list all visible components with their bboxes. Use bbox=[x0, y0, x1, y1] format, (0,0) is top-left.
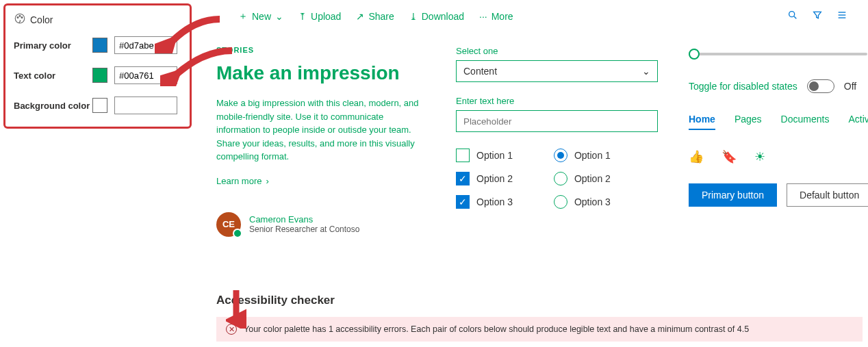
select-dropdown[interactable]: Content ⌄ bbox=[456, 60, 658, 82]
svg-point-2 bbox=[19, 15, 21, 16]
sun-icon[interactable]: ☀ bbox=[754, 149, 765, 164]
primary-color-label: Primary color bbox=[14, 40, 92, 51]
toolbar: ＋ New ⌄ ⤒ Upload ↗ Share ⤓ Download ··· … bbox=[205, 0, 868, 32]
avatar: CE bbox=[216, 212, 241, 237]
toggle-state: Off bbox=[844, 81, 856, 92]
ellipsis-icon: ··· bbox=[479, 11, 487, 22]
checkbox-group: Option 1 ✓Option 2 ✓Option 3 bbox=[456, 149, 513, 209]
annotation-arrow-2 bbox=[160, 45, 235, 86]
svg-point-1 bbox=[17, 17, 18, 18]
presence-indicator bbox=[233, 229, 242, 238]
select-label: Select one bbox=[456, 46, 661, 56]
author-block: CE Cameron Evans Senior Researcher at Co… bbox=[216, 212, 429, 237]
svg-point-5 bbox=[789, 12, 795, 17]
bg-color-label: Background color bbox=[14, 101, 92, 111]
learn-more-link[interactable]: Learn more › bbox=[216, 176, 429, 186]
share-label: Share bbox=[368, 11, 394, 22]
tab-pages[interactable]: Pages bbox=[735, 114, 762, 130]
color-panel-title: Color bbox=[30, 14, 53, 25]
download-label: Download bbox=[422, 11, 464, 22]
body-text: Make a big impression with this clean, m… bbox=[216, 97, 429, 164]
radio-label: Option 3 bbox=[574, 196, 611, 207]
author-name: Cameron Evans bbox=[249, 214, 359, 224]
toggle-label: Toggle for disabled states bbox=[689, 81, 797, 92]
headline: Make an impression bbox=[216, 62, 429, 84]
tab-activity[interactable]: Activity bbox=[848, 114, 868, 130]
search-icon[interactable] bbox=[787, 10, 798, 23]
chevron-down-icon: ⌄ bbox=[642, 66, 650, 77]
author-title: Senior Researcher at Contoso bbox=[249, 224, 359, 234]
default-button[interactable]: Default button bbox=[787, 183, 868, 207]
bg-color-swatch[interactable] bbox=[92, 98, 107, 113]
text-color-swatch[interactable] bbox=[92, 68, 107, 83]
text-input[interactable] bbox=[456, 110, 658, 132]
slider[interactable]: 0 bbox=[689, 49, 868, 59]
form-column: Select one Content ⌄ Enter text here Opt… bbox=[456, 46, 661, 237]
checkbox-option-3[interactable]: ✓Option 3 bbox=[456, 195, 513, 209]
more-label: More bbox=[492, 11, 513, 22]
new-button[interactable]: ＋ New ⌄ bbox=[238, 10, 283, 23]
share-button[interactable]: ↗ Share bbox=[356, 11, 394, 22]
upload-icon: ⤒ bbox=[298, 11, 307, 22]
select-value: Content bbox=[463, 66, 497, 77]
checkbox-label: Option 3 bbox=[476, 196, 513, 207]
learn-more-label: Learn more bbox=[216, 176, 261, 186]
chevron-down-icon: ⌄ bbox=[275, 11, 283, 22]
tabs: Home Pages Documents Activity bbox=[689, 114, 868, 130]
annotation-arrow-3 bbox=[226, 287, 246, 329]
avatar-initials: CE bbox=[222, 219, 235, 229]
bookmark-icon[interactable]: 🔖 bbox=[722, 149, 737, 164]
primary-color-swatch[interactable] bbox=[92, 38, 107, 53]
download-button[interactable]: ⤓ Download bbox=[409, 11, 464, 22]
svg-line-6 bbox=[794, 16, 796, 18]
upload-button[interactable]: ⤒ Upload bbox=[298, 11, 341, 22]
toggle-switch[interactable] bbox=[807, 79, 834, 93]
slider-thumb[interactable] bbox=[689, 49, 700, 60]
new-label: New bbox=[252, 11, 271, 22]
tab-home[interactable]: Home bbox=[689, 114, 715, 130]
text-input-label: Enter text here bbox=[456, 96, 661, 106]
share-icon: ↗ bbox=[356, 11, 364, 22]
radio-option-1[interactable]: Option 1 bbox=[554, 149, 611, 162]
download-icon: ⤓ bbox=[409, 11, 418, 22]
upload-label: Upload bbox=[311, 11, 341, 22]
bg-color-row: Background color bbox=[14, 97, 181, 114]
story-column: STORIES Make an impression Make a big im… bbox=[216, 46, 429, 237]
checkbox-option-1[interactable]: Option 1 bbox=[456, 149, 513, 162]
palette-icon bbox=[14, 12, 26, 27]
primary-button[interactable]: Primary button bbox=[689, 183, 777, 207]
bg-color-input[interactable] bbox=[114, 97, 177, 114]
a11y-error-banner: ✕ Your color palette has 1 accessibility… bbox=[216, 317, 863, 342]
filter-icon[interactable] bbox=[812, 10, 823, 23]
eyebrow: STORIES bbox=[216, 46, 429, 54]
plus-icon: ＋ bbox=[238, 10, 248, 23]
tab-documents[interactable]: Documents bbox=[781, 114, 830, 130]
radio-option-3[interactable]: Option 3 bbox=[554, 195, 611, 209]
radio-group: Option 1 Option 2 Option 3 bbox=[554, 149, 611, 209]
radio-label: Option 2 bbox=[574, 173, 611, 184]
a11y-title: Accessibility checker bbox=[216, 294, 863, 307]
text-color-label: Text color bbox=[14, 70, 92, 81]
radio-option-2[interactable]: Option 2 bbox=[554, 172, 611, 185]
svg-point-3 bbox=[21, 17, 23, 18]
chevron-right-icon: › bbox=[266, 176, 268, 186]
a11y-message: Your color palette has 1 accessibility e… bbox=[244, 324, 749, 334]
text-color-row: Text color bbox=[14, 66, 181, 84]
controls-column: 0 Toggle for disabled states Off Home Pa… bbox=[689, 46, 868, 237]
more-button[interactable]: ··· More bbox=[479, 11, 513, 22]
accessibility-checker-section: Accessibility checker ✕ Your color palet… bbox=[216, 294, 863, 342]
like-icon[interactable]: 👍 bbox=[689, 149, 704, 164]
checkbox-label: Option 2 bbox=[476, 173, 513, 184]
list-icon[interactable] bbox=[837, 10, 847, 23]
radio-label: Option 1 bbox=[574, 150, 611, 161]
checkbox-option-2[interactable]: ✓Option 2 bbox=[456, 172, 513, 185]
checkbox-label: Option 1 bbox=[476, 150, 513, 161]
